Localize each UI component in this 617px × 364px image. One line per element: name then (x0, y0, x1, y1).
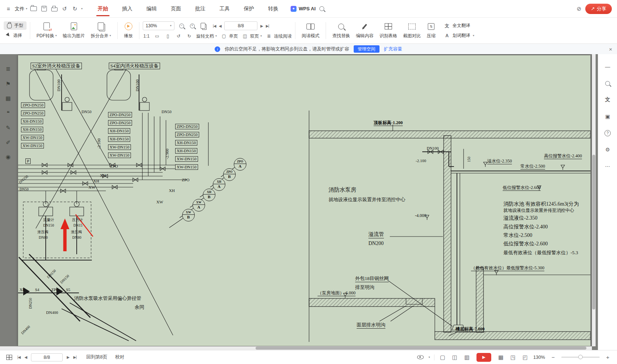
more-icon[interactable]: ⋯ (603, 162, 612, 171)
fullscreen-icon[interactable]: ◰ (521, 353, 529, 361)
bookmark-icon[interactable]: ⚑ (4, 80, 13, 88)
tab-edit[interactable]: 编辑 (139, 0, 164, 17)
zoom-select[interactable]: 130% ▾ (143, 21, 174, 30)
drawing-label: XW-DN150 (108, 153, 131, 158)
redo-icon[interactable]: ↻ (71, 5, 79, 13)
undo-icon[interactable]: ↺ (60, 5, 69, 13)
drawing-label: 溢流液位-2.350 (503, 215, 537, 221)
prev-page-icon[interactable]: ◀ (24, 355, 27, 359)
outline-panel-icon[interactable]: ≣ (4, 64, 13, 73)
annotate-pen-icon[interactable]: ✎ (4, 123, 13, 132)
rotate-left-icon[interactable]: ↺ (175, 32, 182, 40)
thumbnail-icon[interactable]: ▦ (4, 94, 13, 103)
last-page-icon[interactable]: ▶| (73, 355, 76, 359)
highlighter-icon[interactable]: ✐ (4, 138, 13, 147)
first-page-icon[interactable]: |◀ (213, 24, 216, 28)
single-page-view-icon[interactable]: ▢ (439, 353, 447, 361)
translate-panel-icon[interactable]: 文 (603, 95, 612, 104)
fit-page-icon[interactable]: ◳ (509, 353, 517, 361)
view-mode-icon[interactable] (416, 353, 424, 361)
zoom-slider[interactable] (561, 357, 600, 358)
tab-tools[interactable]: 工具 (212, 0, 237, 17)
back-to-page-link[interactable]: 回到第8页 (86, 354, 107, 360)
actual-size-icon[interactable]: 1:1 (143, 32, 150, 40)
zoom-in-icon[interactable]: + (604, 353, 612, 361)
horizontal-scroll-thumb[interactable] (256, 347, 586, 350)
single-page-button[interactable]: ▢ 单页 (220, 32, 238, 40)
tab-home[interactable]: 开始 (91, 0, 115, 17)
proofread-button[interactable]: 校对 (115, 354, 124, 360)
read-mode-button[interactable]: 阅读模式 (299, 19, 322, 42)
tab-convert[interactable]: 转换 (261, 0, 285, 17)
zoom-out-icon[interactable]: − (549, 353, 557, 361)
zoom-out-icon[interactable]: − (178, 22, 185, 29)
print-icon[interactable] (50, 5, 58, 13)
search-icon[interactable] (318, 5, 326, 13)
pdf-convert-label: PDF转换 (37, 33, 54, 39)
screenshot-compare-button[interactable]: 截图对比 (400, 19, 424, 42)
prev-page-icon[interactable]: ◀ (219, 24, 221, 28)
settings-gear-icon[interactable]: ⚙ (603, 145, 612, 154)
tab-page[interactable]: 页面 (164, 0, 188, 17)
page-manage-icon[interactable] (199, 22, 207, 29)
hand-tool-button[interactable]: 手型 (4, 21, 27, 30)
rotate-right-icon[interactable]: ↻ (186, 32, 193, 40)
vertical-scrollbar[interactable] (592, 54, 596, 346)
pdf-convert-button[interactable]: PDF转换▾ (34, 19, 60, 42)
pdf-page[interactable]: S2室外消火栓稳压设备S4室内消火栓稳压设备DN100DN100ZPO-DN25… (18, 55, 590, 346)
wps-ai-button[interactable]: ✦ WPS AI (291, 6, 316, 12)
notes-panel-icon[interactable]: ▣ (603, 112, 612, 121)
spread-view-icon[interactable]: ◫ (451, 353, 459, 361)
thumbnail-grid-icon[interactable]: ▦ (497, 353, 505, 361)
save-icon[interactable] (40, 5, 48, 13)
history-chevron-icon[interactable]: ▾ (81, 7, 83, 10)
manage-space-button[interactable]: 管理空间 (354, 45, 379, 53)
export-image-label: 输出为图片 (63, 33, 85, 39)
tab-protect[interactable]: 保护 (237, 0, 261, 17)
document-viewport[interactable]: ≣ ⚑ ▦ ❝ ✎ ✐ ◉ (0, 54, 598, 350)
stamp-icon[interactable]: ◉ (4, 153, 13, 161)
double-page-button[interactable]: ◫ 双页 ▾ (241, 32, 262, 40)
presentation-play-button[interactable]: ▶ (476, 353, 491, 362)
file-menu[interactable]: 文件 ▾ (15, 6, 27, 12)
comment-icon[interactable]: ❝ (4, 109, 13, 118)
first-page-icon[interactable]: |◀ (17, 355, 20, 359)
search-panel-icon[interactable] (603, 79, 612, 88)
continuous-read-button[interactable]: ≣ 连续阅读 (265, 32, 292, 40)
help-icon[interactable]: ? (603, 129, 612, 137)
zoom-in-icon[interactable]: + (188, 22, 196, 29)
rotate-doc-button[interactable]: 旋转文档 ▾ (196, 33, 217, 39)
translate-word-button[interactable]: A 划词翻译 ▾ (441, 31, 478, 40)
horizontal-scrollbar[interactable] (0, 346, 592, 350)
next-page-icon[interactable]: ▶ (67, 355, 69, 359)
page-number-field[interactable]: 8/8 (224, 21, 257, 30)
compress-button[interactable]: ⇅ 压缩 (424, 19, 439, 42)
share-button[interactable]: ↗ 分享 (585, 4, 612, 14)
scroll-view-icon[interactable]: ▥ (463, 353, 471, 361)
edit-content-button[interactable]: 编辑内容 (353, 19, 377, 42)
zoom-slider-knob[interactable] (578, 355, 583, 359)
fit-page-icon[interactable]: ▯ (164, 32, 171, 40)
export-image-button[interactable]: 输出为图片 (60, 19, 88, 42)
select-tool-button[interactable]: 选择 (4, 31, 27, 40)
translate-full-button[interactable]: 文 全文翻译 (441, 21, 478, 30)
sync-status-icon[interactable]: ⊘ (575, 5, 583, 13)
last-page-icon[interactable]: ▶| (266, 24, 269, 28)
find-replace-button[interactable]: 查找替换 (329, 19, 353, 42)
next-page-icon[interactable]: ▶ (260, 24, 263, 28)
fit-width-icon[interactable]: ▭ (153, 32, 161, 40)
expand-capacity-link[interactable]: 扩充容量 (384, 46, 402, 52)
collapse-icon[interactable]: — (603, 62, 612, 71)
open-folder-icon[interactable] (30, 5, 38, 13)
chevron-down-icon[interactable]: ▾ (429, 356, 430, 359)
page-panel-icon[interactable] (5, 353, 13, 361)
close-icon[interactable]: × (609, 46, 612, 52)
page-number-field[interactable]: 8/8 (31, 353, 63, 361)
tab-comment[interactable]: 批注 (188, 0, 212, 17)
tab-insert[interactable]: 插入 (115, 0, 139, 17)
main-menu-icon[interactable]: ≡ (4, 5, 13, 13)
play-button[interactable]: 播放 (121, 19, 136, 42)
recognize-table-button[interactable]: 识别表格 (377, 19, 400, 42)
split-merge-button[interactable]: 拆分合并▾ (88, 19, 114, 42)
vertical-scroll-thumb[interactable] (592, 155, 595, 309)
